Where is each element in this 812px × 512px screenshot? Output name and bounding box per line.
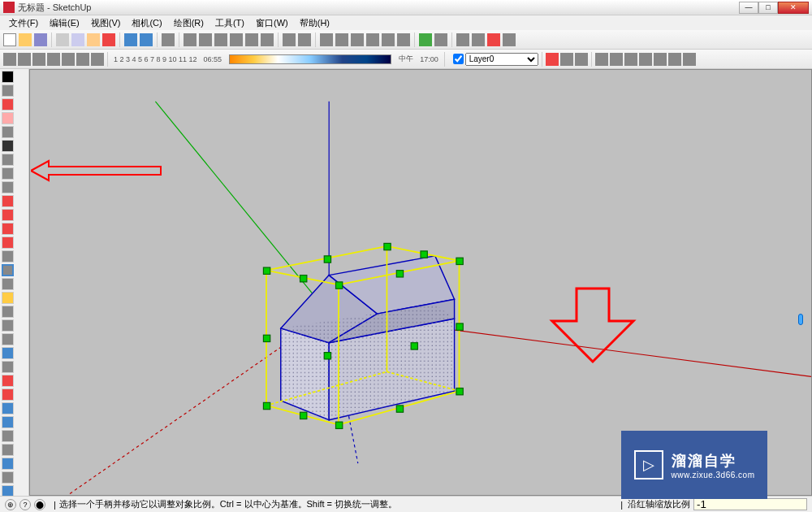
components-icon[interactable]	[472, 33, 485, 46]
textured-icon[interactable]	[245, 33, 258, 46]
close-button[interactable]: ✕	[778, 2, 809, 14]
rectangle-tool[interactable]	[2, 126, 14, 138]
select-tool[interactable]	[2, 71, 14, 83]
edges-icon[interactable]	[654, 53, 667, 66]
style5-icon[interactable]	[62, 53, 75, 66]
zoom-window-tool[interactable]	[2, 416, 14, 428]
model-icon[interactable]	[184, 33, 197, 46]
horizon-slider[interactable]	[798, 314, 803, 325]
print-icon[interactable]	[162, 33, 175, 46]
move-tool[interactable]	[2, 209, 14, 221]
look-around-tool[interactable]	[2, 471, 14, 484]
right-icon[interactable]	[366, 33, 379, 46]
polygon-tool[interactable]	[2, 181, 14, 193]
backedges-icon[interactable]	[298, 33, 311, 46]
extension-icon[interactable]	[487, 33, 500, 46]
window-title: 无标题 - SketchUp	[18, 2, 739, 14]
svg-rect-30	[421, 251, 427, 258]
section-cut-icon[interactable]	[575, 53, 588, 66]
copy-icon[interactable]	[71, 33, 84, 46]
section-icon[interactable]	[546, 53, 559, 66]
menu-window[interactable]: 窗口(W)	[250, 17, 294, 29]
new-icon[interactable]	[3, 33, 16, 46]
menu-help[interactable]: 帮助(H)	[294, 17, 335, 29]
redo-icon[interactable]	[140, 33, 153, 46]
shaded-icon[interactable]	[230, 33, 243, 46]
style7-icon[interactable]	[91, 53, 104, 66]
previous-view-tool[interactable]	[2, 444, 14, 456]
3dtext-tool[interactable]	[2, 361, 14, 373]
section-display-icon[interactable]	[560, 53, 573, 66]
menu-file[interactable]: 文件(F)	[3, 17, 44, 29]
pan-tool[interactable]	[2, 388, 14, 401]
delete-icon[interactable]	[102, 33, 115, 46]
left-icon[interactable]	[397, 33, 410, 46]
axes-tool[interactable]	[2, 347, 14, 359]
guides-icon[interactable]	[610, 53, 623, 66]
save-icon[interactable]	[34, 33, 47, 46]
iso-icon[interactable]	[320, 33, 333, 46]
endpoints-icon[interactable]	[683, 53, 696, 66]
credits-icon[interactable]: ?	[19, 499, 31, 510]
maximize-button[interactable]: □	[758, 2, 778, 14]
scale-tool[interactable]	[2, 264, 14, 276]
protractor-tool[interactable]	[2, 319, 14, 332]
layer-select[interactable]: Layer0	[465, 53, 538, 66]
text-tool[interactable]	[2, 333, 14, 345]
position-camera-tool[interactable]	[2, 458, 14, 470]
cut-icon[interactable]	[56, 33, 69, 46]
orbit-tool[interactable]	[2, 375, 14, 387]
menu-draw[interactable]: 绘图(R)	[168, 17, 209, 29]
axes-icon[interactable]	[595, 53, 608, 66]
freehand-tool[interactable]	[2, 195, 14, 207]
geolocation-icon[interactable]: ⊕	[5, 499, 16, 510]
style2-icon[interactable]	[18, 53, 31, 66]
open-icon[interactable]	[19, 33, 32, 46]
layer-visible-checkbox[interactable]	[453, 54, 464, 64]
eraser-tool[interactable]	[2, 112, 14, 124]
dimension-tool[interactable]	[2, 306, 14, 318]
arc-tool[interactable]	[2, 167, 14, 180]
monochrome-icon[interactable]	[261, 33, 274, 46]
tape-tool[interactable]	[2, 292, 14, 304]
plugin1-icon[interactable]	[419, 33, 432, 46]
component-tool[interactable]	[2, 85, 14, 97]
line-tool[interactable]	[2, 140, 14, 152]
hidden-line-icon[interactable]	[214, 33, 227, 46]
menu-tools[interactable]: 工具(T)	[209, 17, 250, 29]
warehouse-icon[interactable]	[456, 33, 469, 46]
undo-icon[interactable]	[124, 33, 137, 46]
wireframe-icon[interactable]	[199, 33, 212, 46]
menu-view[interactable]: 视图(V)	[85, 17, 127, 29]
shadow-mid-label: 中午	[396, 54, 416, 64]
style1-icon[interactable]	[3, 53, 16, 66]
profiles-icon[interactable]	[668, 53, 681, 66]
front-icon[interactable]	[351, 33, 364, 46]
svg-rect-31	[300, 276, 307, 282]
shadow-time-slider[interactable]	[229, 54, 391, 64]
help-icon[interactable]: ⬤	[34, 499, 45, 510]
menu-edit[interactable]: 编辑(E)	[44, 17, 85, 29]
style4-icon[interactable]	[47, 53, 60, 66]
style6-icon[interactable]	[76, 53, 89, 66]
menu-camera[interactable]: 相机(C)	[126, 17, 167, 29]
zoom-extents-tool[interactable]	[2, 430, 14, 442]
circle-tool[interactable]	[2, 154, 14, 166]
measurements-input[interactable]	[693, 498, 807, 510]
back-icon[interactable]	[382, 33, 395, 46]
plugin2-icon[interactable]	[434, 33, 447, 46]
shadows-icon[interactable]	[624, 53, 637, 66]
pushpull-tool[interactable]	[2, 223, 14, 235]
offset-tool[interactable]	[2, 278, 14, 290]
followme-tool[interactable]	[2, 250, 14, 263]
xray-icon[interactable]	[283, 33, 296, 46]
paste-icon[interactable]	[87, 33, 100, 46]
paint-tool[interactable]	[2, 98, 14, 111]
rotate-tool[interactable]	[2, 236, 14, 249]
share-icon[interactable]	[503, 33, 516, 46]
zoom-tool[interactable]	[2, 402, 14, 414]
style3-icon[interactable]	[32, 53, 45, 66]
fog-icon[interactable]	[639, 53, 652, 66]
top-icon[interactable]	[335, 33, 348, 46]
minimize-button[interactable]: —	[739, 2, 758, 14]
